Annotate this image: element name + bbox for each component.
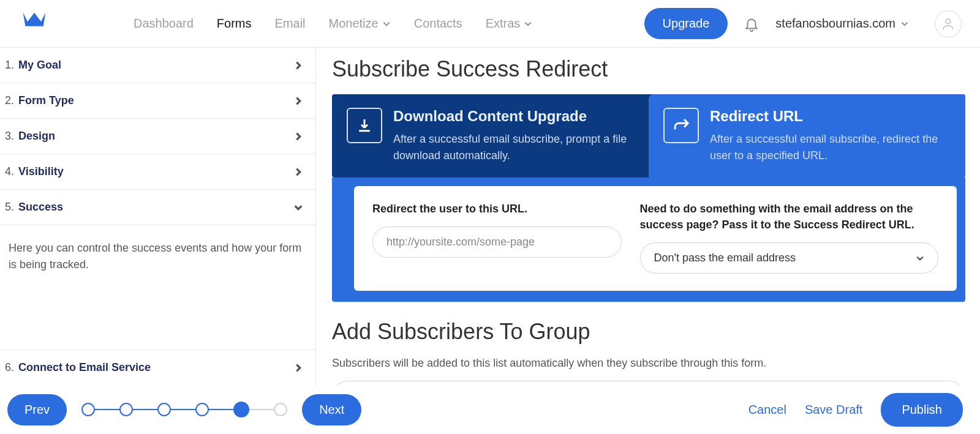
header-right: Upgrade stefanosbournias.com — [644, 8, 962, 39]
step-label-text: Success — [18, 201, 63, 213]
card-title: Download Content Upgrade — [393, 108, 634, 125]
upgrade-button[interactable]: Upgrade — [644, 8, 728, 39]
nav-forms[interactable]: Forms — [217, 17, 252, 31]
step-connect-email-service[interactable]: 6. Connect to Email Service — [0, 350, 315, 385]
step-dot-1[interactable] — [81, 403, 95, 416]
step-num: 6. — [5, 361, 14, 373]
prev-button[interactable]: Prev — [7, 394, 67, 425]
section-group-subtext: Subscribers will be added to this list a… — [332, 357, 965, 370]
card-body: Redirect URL After a successful email su… — [710, 108, 951, 164]
nav-email[interactable]: Email — [275, 17, 306, 31]
account-dropdown[interactable]: stefanosbournias.com — [775, 17, 909, 31]
step-dot-2[interactable] — [119, 403, 133, 416]
publish-button[interactable]: Publish — [881, 393, 963, 427]
nav-monetize[interactable]: Monetize — [329, 17, 391, 31]
field-label: Need to do something with the email addr… — [640, 201, 938, 233]
section-title-redirect: Subscribe Success Redirect — [332, 56, 965, 82]
chevron-right-icon — [293, 61, 303, 70]
nav-extras-label: Extras — [486, 17, 521, 31]
step-form-type[interactable]: 2. Form Type — [0, 83, 315, 119]
account-name: stefanosbournias.com — [775, 17, 895, 31]
footer-actions: Cancel Save Draft Publish — [748, 393, 963, 427]
step-success[interactable]: 5. Success — [0, 190, 315, 225]
pass-email-select[interactable]: Don't pass the email address — [640, 242, 938, 274]
card-body: Download Content Upgrade After a success… — [393, 108, 634, 164]
field-redirect-url: Redirect the user to this URL. — [372, 201, 622, 274]
logo-crown-icon — [21, 10, 48, 37]
step-dot-5[interactable] — [233, 402, 249, 417]
app-header: Dashboard Forms Email Monetize Contacts … — [0, 0, 980, 48]
next-button[interactable]: Next — [302, 394, 361, 425]
nav-dashboard[interactable]: Dashboard — [134, 17, 194, 31]
step-label-text: My Goal — [18, 59, 61, 71]
body-layout: 1. My Goal 2. Form Type 3. Design 4. Vis… — [0, 48, 980, 385]
avatar[interactable] — [935, 10, 962, 37]
chevron-right-icon — [293, 363, 303, 373]
nav-extras[interactable]: Extras — [486, 17, 533, 31]
step-label-text: Connect to Email Service — [18, 361, 151, 373]
main-nav: Dashboard Forms Email Monetize Contacts … — [134, 17, 532, 31]
save-draft-button[interactable]: Save Draft — [805, 403, 862, 417]
chevron-down-icon — [382, 20, 391, 28]
section-title-group: Add Subscribers To Group — [332, 319, 965, 345]
steps-sidebar: 1. My Goal 2. Form Type 3. Design 4. Vis… — [0, 48, 316, 385]
nav-monetize-label: Monetize — [329, 17, 379, 31]
notifications-bell-icon[interactable] — [744, 16, 760, 32]
select-value: Don't pass the email address — [654, 252, 796, 264]
svg-point-0 — [946, 19, 951, 24]
card-description: After a successful email subscribe, prom… — [393, 131, 634, 164]
wizard-footer: Prev Next Cancel Save Draft Publish — [0, 385, 980, 434]
nav-contacts[interactable]: Contacts — [414, 17, 462, 31]
step-design[interactable]: 3. Design — [0, 119, 315, 154]
redirect-option-cards: Download Content Upgrade After a success… — [332, 94, 965, 178]
step-success-description: Here you can control the success events … — [0, 225, 315, 288]
step-num: 4. — [5, 165, 14, 178]
card-title: Redirect URL — [710, 108, 951, 125]
download-icon — [347, 108, 382, 143]
chevron-right-icon — [293, 167, 303, 177]
chevron-down-icon — [900, 20, 909, 28]
redirect-settings-panel: Redirect the user to this URL. Need to d… — [332, 178, 965, 302]
step-dot-6[interactable] — [274, 403, 287, 416]
step-visibility[interactable]: 4. Visibility — [0, 154, 315, 190]
redirect-url-input[interactable] — [372, 226, 622, 258]
step-dot-4[interactable] — [195, 403, 209, 416]
progress-stepper — [81, 402, 287, 417]
cancel-button[interactable]: Cancel — [748, 403, 786, 417]
step-num: 1. — [5, 59, 14, 71]
step-label-text: Form Type — [18, 94, 74, 107]
field-label: Redirect the user to this URL. — [372, 201, 622, 217]
card-download-content-upgrade[interactable]: Download Content Upgrade After a success… — [332, 94, 649, 178]
main-panel: Subscribe Success Redirect Download Cont… — [316, 48, 980, 385]
chevron-right-icon — [293, 132, 303, 141]
step-label-text: Visibility — [18, 165, 64, 178]
panel-inner: Redirect the user to this URL. Need to d… — [354, 186, 957, 291]
chevron-down-icon — [916, 254, 924, 263]
chevron-right-icon — [293, 96, 303, 106]
chevron-down-icon — [524, 20, 532, 28]
chevron-down-icon — [293, 203, 303, 212]
field-pass-email: Need to do something with the email addr… — [640, 201, 938, 274]
step-dot-3[interactable] — [157, 403, 171, 416]
step-num: 5. — [5, 201, 14, 213]
card-description: After a successful email subscribe, redi… — [710, 131, 951, 164]
step-num: 3. — [5, 130, 14, 142]
step-my-goal[interactable]: 1. My Goal — [0, 48, 315, 83]
step-num: 2. — [5, 94, 14, 107]
redirect-icon — [663, 108, 699, 143]
step-label-text: Design — [18, 130, 55, 142]
subscriber-group-select[interactable]: Master List (Default) — [332, 381, 965, 385]
card-redirect-url[interactable]: Redirect URL After a successful email su… — [649, 94, 965, 178]
